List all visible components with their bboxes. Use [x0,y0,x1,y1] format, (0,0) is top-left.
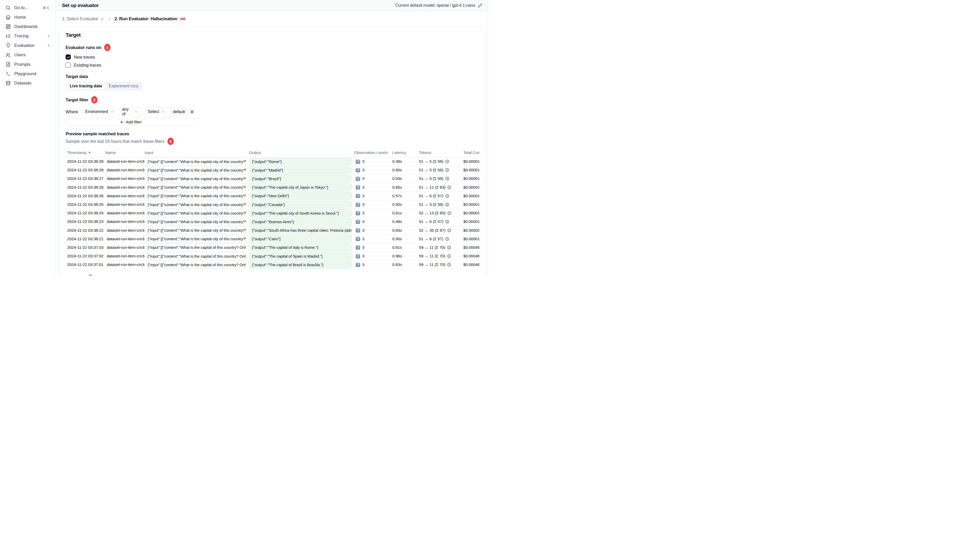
checkbox-unchecked[interactable] [65,62,71,68]
info-circle-icon[interactable] [447,185,451,189]
column-header-observation-levels[interactable]: Observation Levels [354,150,392,155]
cell-output[interactable]: {"output":"Cairo"} [249,235,352,243]
table-row[interactable]: 2024-11-22 03:38:28 dataset-run-item-cm3… [65,157,479,166]
sidebar-item-home[interactable]: Home [0,13,55,22]
cell-output[interactable]: {"output":"The capital city of Japan is … [249,184,352,191]
table-row[interactable]: 2024-11-22 03:37:01 dataset-run-item-cm3… [65,260,479,269]
info-circle-icon[interactable] [445,237,449,241]
cell-output[interactable]: {"output":"The capital of Brazil is Bras… [249,261,352,268]
goto-button[interactable]: Go to... ⌘ K [0,3,55,13]
cell-name: dataset-run-item-cm3s4 [105,168,145,172]
checkbox-existing-traces[interactable]: Existing traces [65,62,479,68]
sidebar: Go to... ⌘ K Home Dashboards Tracing Eva… [0,0,55,275]
cell-input[interactable]: {"input":[{"content":"What is the capita… [145,218,246,225]
table-row[interactable]: 2024-11-22 03:38:22 dataset-run-item-cm3… [65,226,479,235]
table-row[interactable]: 2024-11-22 03:38:27 dataset-run-item-cm3… [65,175,479,183]
info-emoji-icon: i [356,245,360,249]
sidebar-item-users[interactable]: Users [0,50,55,60]
breadcrumb-step-1[interactable]: 1. Select Evaluator [62,16,104,22]
filter-value-select[interactable]: Select default [145,107,186,116]
page-header: Set up evaluator Current default model: … [55,0,490,11]
cell-input[interactable]: {"input":[{"content":"What is the capita… [145,210,246,217]
cell-input[interactable]: {"input":[{"content":"What is the capita… [145,192,246,200]
cell-timestamp: 2024-11-22 03:38:22 [65,228,105,233]
cell-tokens: 52 → 13 (Σ 65) [419,211,463,215]
cell-input[interactable]: {"input":[{"content":"What is the capita… [145,261,246,268]
cell-output[interactable]: {"output":"New Delhi"} [249,192,352,200]
cell-observation-levels: i 3 [354,194,392,198]
sidebar-item-playground[interactable]: Playground [0,69,55,79]
info-circle-icon[interactable] [445,176,449,181]
info-circle-icon[interactable] [447,262,451,267]
checkbox-checked[interactable] [65,54,71,60]
cell-input[interactable]: {"input":[{"content":"What is the capita… [145,158,246,165]
column-header-latency[interactable]: Latency [392,150,419,155]
info-circle-icon[interactable] [445,202,449,206]
goto-shortcut: ⌘ K [40,5,51,11]
column-header-output[interactable]: Output [249,150,354,155]
add-filter-button[interactable]: Add filter [65,118,196,126]
cell-output[interactable]: {"output":"Buenos Aires"} [249,218,352,225]
table-row[interactable]: 2024-11-22 03:38:25 dataset-run-item-cm3… [65,200,479,209]
cell-output[interactable]: {"output":"Rome"} [249,158,352,165]
table-row[interactable]: 2024-11-22 03:38:24 dataset-run-item-cm3… [65,209,479,218]
cell-input[interactable]: {"input":[{"content":"What is the capita… [145,227,246,234]
info-emoji-icon: i [356,202,360,207]
pencil-icon[interactable] [478,3,482,8]
sidebar-item-tracing[interactable]: Tracing [0,31,55,41]
table-row[interactable]: 2024-11-22 03:38:26 dataset-run-item-cm3… [65,183,479,192]
info-circle-icon[interactable] [447,254,451,258]
filter-operator-select[interactable]: any of [119,107,141,116]
cell-name: dataset-run-item-cm3s4 [105,245,145,250]
table-row[interactable]: 2024-11-22 03:37:02 dataset-run-item-cm3… [65,252,479,260]
info-circle-icon[interactable] [447,211,451,215]
cell-input[interactable]: {"input":[{"content":"What is the capita… [145,167,246,174]
info-circle-icon[interactable] [445,219,449,224]
sidebar-item-dashboards[interactable]: Dashboards [0,22,55,31]
cell-input[interactable]: {"input":[{"content":"What is the capita… [145,175,246,183]
cell-tokens: 51 → 5 (Σ 56) [419,202,463,207]
info-circle-icon[interactable] [445,159,449,164]
table-row[interactable]: 2024-11-22 03:38:26 dataset-run-item-cm3… [65,192,479,200]
cell-tokens: 59 → 11 (Σ 70) [419,254,463,259]
sidebar-item-evaluation[interactable]: Evaluation [0,41,55,50]
cell-input[interactable]: {"input":[{"content":"What is the capita… [145,244,246,251]
table-row[interactable]: 2024-11-22 03:37:03 dataset-run-item-cm3… [65,243,479,252]
cell-output[interactable]: {"output":"Brazil"} [249,175,352,183]
target-data-tabs: Live tracing data Experiment runs [65,82,143,91]
column-header-tokens[interactable]: Tokens [419,150,463,155]
tab-live-tracing-data[interactable]: Live tracing data [66,83,105,90]
cell-input[interactable]: {"input":[{"content":"What is the capita… [145,235,246,243]
info-circle-icon[interactable] [447,228,451,232]
sidebar-item-datasets[interactable]: Datasets [0,79,55,88]
chevron-right-icon [46,43,51,48]
info-circle-icon[interactable] [445,168,449,172]
filter-column-select[interactable]: Environment [82,107,115,116]
sidebar-item-prompts[interactable]: Prompts [0,60,55,69]
table-row[interactable]: 2024-11-22 03:38:21 dataset-run-item-cm3… [65,235,479,243]
tab-experiment-runs[interactable]: Experiment runs [105,83,142,90]
cell-output[interactable]: {"output":"The capital city of South Kor… [249,210,352,217]
cell-output[interactable]: {"output":"South Africa has three capita… [249,227,352,234]
cell-input[interactable]: {"input":[{"content":"What is the capita… [145,184,246,191]
info-emoji-icon: i [356,237,360,241]
cell-output[interactable]: {"output":"Canada"} [249,201,352,208]
info-circle-icon[interactable] [445,194,449,198]
page-scrollbar[interactable] [488,0,490,275]
info-emoji-icon: i [356,262,360,267]
cell-input[interactable]: {"input":[{"content":"What is the capita… [145,252,246,260]
cell-output[interactable]: {"output":"The capital of Spain is Madri… [249,252,352,260]
cell-output[interactable]: {"output":"Madrid"} [249,167,352,174]
remove-filter-button[interactable] [189,110,194,114]
cell-input[interactable]: {"input":[{"content":"What is the capita… [145,201,246,208]
column-header-input[interactable]: Input [145,150,249,155]
cell-total-cost: $0.000016 [463,211,479,215]
info-circle-icon[interactable] [447,245,451,249]
table-row[interactable]: 2024-11-22 03:38:23 dataset-run-item-cm3… [65,218,479,226]
checkbox-new-traces[interactable]: New traces [65,54,479,60]
column-header-total-cost[interactable]: Total Cost [463,150,479,155]
column-header-name[interactable]: Name [105,150,145,155]
cell-output[interactable]: {"output":"The capital of Italy is Rome.… [249,244,352,251]
table-row[interactable]: 2024-11-22 03:38:28 dataset-run-item-cm3… [65,166,479,175]
column-header-timestamp[interactable]: Timestamp [65,150,105,155]
